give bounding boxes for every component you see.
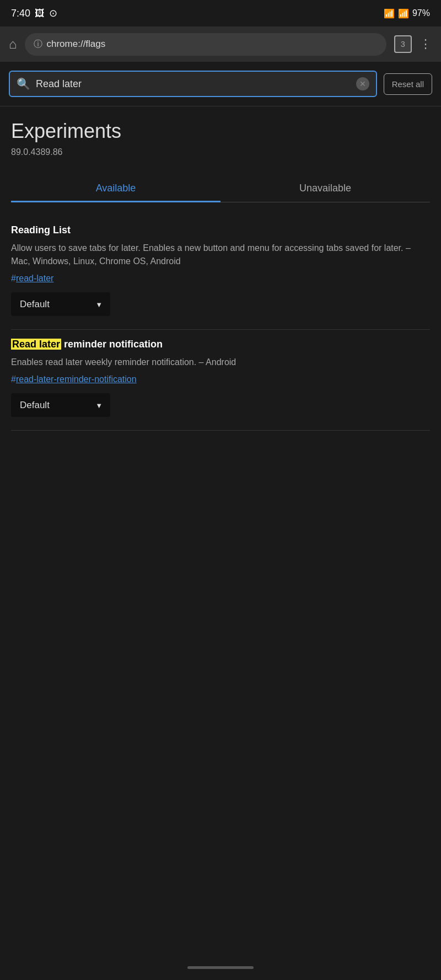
tag-hash: # [11,274,16,283]
tab-available[interactable]: Available [11,175,220,202]
flag-name-reading-list: Reading List [11,224,430,236]
tab-count[interactable]: 3 [394,35,412,53]
address-bar[interactable]: ⓘ chrome://flags [25,33,387,56]
search-input[interactable] [36,78,351,90]
dropdown-wrapper-1: Default Enabled Disabled [11,292,110,316]
flag-tag-read-later[interactable]: #read-later [11,274,430,283]
flag-item-read-later-reminder: Read later reminder notification Enables… [11,330,430,431]
status-left: 7:40 🖼 ⊙ [11,7,57,19]
tabs-container: Available Unavailable [11,175,430,202]
tab-unavailable[interactable]: Unavailable [220,175,430,202]
page-title: Experiments [11,120,430,143]
search-icon: 🔍 [17,77,30,90]
flag-name-rest: reminder notification [64,339,163,350]
flag-description-reminder: Enables read later weekly reminder notif… [11,356,430,369]
search-input-container: 🔍 ✕ [9,71,377,97]
reset-all-button[interactable]: Reset all [384,73,432,95]
browser-chrome: ⌂ ⓘ chrome://flags 3 ⋮ [0,26,441,62]
flag-description-reading-list: Allow users to save tabs for later. Enab… [11,242,430,268]
tag-name-read-later: read-later [16,274,53,283]
home-indicator [187,966,254,969]
flags-list: Reading List Allow users to save tabs fo… [11,202,430,444]
record-icon: ⊙ [49,7,57,19]
status-bar: 7:40 🖼 ⊙ 📶 📶 97% [0,0,441,26]
flag-name-read-later-reminder: Read later reminder notification [11,339,430,350]
flag-name-highlight: Read later [11,339,61,350]
main-content: Experiments 89.0.4389.86 Available Unava… [0,106,441,444]
version-text: 89.0.4389.86 [11,147,430,157]
dropdown-reading-list[interactable]: Default Enabled Disabled [11,292,110,316]
empty-space [0,444,441,665]
signal-icon: 📶 [398,8,409,19]
info-icon: ⓘ [34,39,42,50]
clear-icon[interactable]: ✕ [356,77,369,90]
dropdown-reminder[interactable]: Default Enabled Disabled [11,393,110,417]
tag-hash-reminder: # [11,374,16,384]
dropdown-wrapper-2: Default Enabled Disabled [11,393,110,417]
wifi-icon: 📶 [384,8,395,19]
status-right: 📶 📶 97% [384,8,430,19]
status-time: 7:40 [11,8,30,19]
flag-tag-reminder[interactable]: #read-later-reminder-notification [11,374,430,384]
flag-item-reading-list: Reading List Allow users to save tabs fo… [11,216,430,330]
tag-name-reminder: read-later-reminder-notification [16,374,137,384]
address-bar-text: chrome://flags [47,39,106,50]
bottom-bar [0,960,441,980]
image-icon: 🖼 [35,8,45,19]
menu-icon[interactable]: ⋮ [420,37,432,51]
home-icon[interactable]: ⌂ [9,36,17,52]
battery-text: 97% [412,8,430,18]
search-area: 🔍 ✕ Reset all [0,62,441,106]
